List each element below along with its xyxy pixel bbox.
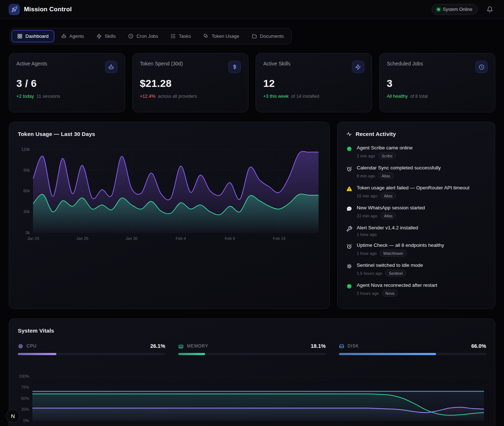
activity-item: New WhatsApp session started22 min agoAt… [346, 202, 486, 222]
coins-icon [203, 33, 209, 39]
svg-text:Jan 30: Jan 30 [125, 236, 137, 241]
chat-bubble-icon [346, 206, 352, 212]
tab-skills[interactable]: Skills [91, 30, 121, 42]
zap-icon [352, 61, 364, 73]
stat-title: Scheduled Jobs [387, 61, 423, 67]
vital-meter-memory: MEMORY18.1% [178, 343, 325, 355]
activity-text: Alert Sender v1.4.2 installed [357, 225, 418, 230]
tools-icon [346, 226, 352, 232]
stat-cards-row: Active Agents3 / 6+2 today11 sessionsTok… [9, 53, 495, 112]
bot-icon [61, 33, 67, 39]
svg-text:120k: 120k [21, 147, 30, 152]
main-content-row: Token Usage — Last 30 Days 0k30k60k90k12… [9, 122, 495, 309]
activity-text: Agent Nova reconnected after restart [357, 282, 437, 288]
app-header: Mission Control System Online [0, 0, 504, 19]
disk-icon [339, 343, 344, 349]
tab-token-usage[interactable]: Token Usage [198, 30, 245, 42]
svg-text:60k: 60k [23, 189, 30, 193]
svg-text:Feb 4: Feb 4 [176, 236, 186, 241]
vitals-history-chart: 0%25%50%75%100% [18, 373, 486, 426]
svg-text:0k: 0k [25, 230, 30, 235]
agent-badge: Scribe [378, 152, 396, 159]
meter-fill [18, 353, 56, 355]
dashboard-grid-icon [17, 33, 23, 39]
activity-text: New WhatsApp session started [357, 205, 425, 210]
tab-agents[interactable]: Agents [56, 30, 89, 42]
memory-icon [178, 343, 184, 349]
green-dot-icon [346, 146, 352, 152]
meter-label: MEMORY [187, 343, 208, 349]
tab-tasks[interactable]: Tasks [165, 30, 196, 42]
svg-text:75%: 75% [21, 385, 29, 389]
svg-text:30k: 30k [23, 209, 30, 214]
activity-item: Agent Nova reconnected after restart2 ho… [346, 280, 486, 300]
activity-item: Agent Scribe came online2 min agoScribe [346, 142, 486, 162]
dollar-icon [228, 61, 241, 73]
stat-note: 11 sessions [36, 94, 60, 99]
zap-icon [96, 33, 102, 39]
activity-text: Token usage alert failed — OpenRouter AP… [357, 185, 469, 190]
activity-time: 8 min ago [357, 174, 375, 178]
activity-list: Agent Scribe came online2 min agoScribeC… [346, 142, 486, 300]
token-usage-chart: 0k30k60k90k120kJan 20Jan 25Jan 30Feb 4Fe… [18, 146, 321, 243]
stat-note: across all providers [158, 94, 197, 99]
tasks-icon [171, 33, 176, 39]
bot-icon [105, 61, 117, 73]
meter-value: 66.0% [471, 343, 486, 349]
svg-text:50%: 50% [21, 396, 29, 401]
meter-track [339, 353, 486, 355]
stat-delta: +2 today [16, 94, 34, 99]
activity-title: Recent Activity [356, 131, 396, 137]
vital-meter-disk: DISK66.0% [339, 343, 486, 355]
tab-label: Agents [69, 33, 84, 39]
stat-value: 3 [387, 78, 488, 89]
meter-value: 26.1% [150, 343, 165, 349]
stat-value: 12 [263, 78, 364, 89]
system-vitals-panel: System Vitals CPU26.1%MEMORY18.1%DISK66.… [9, 318, 495, 426]
clock-icon [128, 33, 133, 39]
tab-cron-jobs[interactable]: Cron Jobs [123, 30, 163, 42]
svg-text:Jan 20: Jan 20 [27, 236, 39, 241]
tab-label: Tasks [179, 33, 191, 39]
vitals-meters: CPU26.1%MEMORY18.1%DISK66.0% [18, 343, 486, 355]
stat-value: 3 / 6 [16, 78, 117, 89]
activity-time: 22 min ago [357, 214, 377, 218]
meter-label: DISK [348, 343, 359, 349]
activity-time: 2 hours ago [357, 291, 379, 296]
stat-card-active-skills: Active Skills12+3 this weekof 14 install… [256, 53, 372, 112]
tab-documents[interactable]: Documents [246, 30, 289, 42]
agent-badge: Watchtower [380, 250, 407, 257]
warning-icon [346, 186, 352, 192]
bell-icon[interactable] [485, 5, 495, 14]
stat-note: of 14 installed [291, 94, 319, 99]
activity-item: Alert Sender v1.4.2 installed1 hour ago [346, 222, 486, 240]
meter-label: CPU [27, 343, 37, 349]
activity-text: Uptime Check — all 8 endpoints healthy [357, 242, 444, 248]
alarm-clock-icon [346, 243, 352, 249]
activity-item: Token usage alert failed — OpenRouter AP… [346, 182, 486, 202]
recent-activity-panel: Recent Activity Agent Scribe came online… [337, 122, 495, 309]
avatar-letter: N [11, 413, 15, 419]
stat-card-scheduled-jobs: Scheduled Jobs3All healthyof 8 total [379, 53, 496, 112]
tab-label: Cron Jobs [136, 33, 158, 39]
svg-text:Jan 25: Jan 25 [76, 236, 88, 241]
activity-pulse-icon [346, 131, 352, 137]
activity-time: 15 min ago [357, 194, 377, 198]
agent-badge: Atlas [380, 212, 396, 219]
token-chart-title: Token Usage — Last 30 Days [18, 131, 321, 137]
svg-text:90k: 90k [23, 168, 30, 172]
online-dot-icon [437, 8, 440, 11]
stat-title: Active Skills [263, 61, 291, 67]
activity-time: 1 hour ago [357, 251, 377, 256]
tab-dashboard[interactable]: Dashboard [12, 30, 54, 42]
stat-delta: +12.4% [140, 94, 156, 99]
avatar[interactable]: N [6, 409, 20, 423]
alarm-clock-icon [346, 166, 352, 172]
rocket-icon [9, 4, 20, 15]
stat-title: Token Spend (30d) [140, 61, 183, 67]
stat-note: of 8 total [410, 94, 428, 99]
activity-text: Sentinel switched to idle mode [357, 262, 423, 268]
activity-item: Sentinel switched to idle mode1.5 hours … [346, 260, 486, 280]
stat-delta: +3 this week [263, 94, 289, 99]
gear-icon [346, 263, 352, 269]
